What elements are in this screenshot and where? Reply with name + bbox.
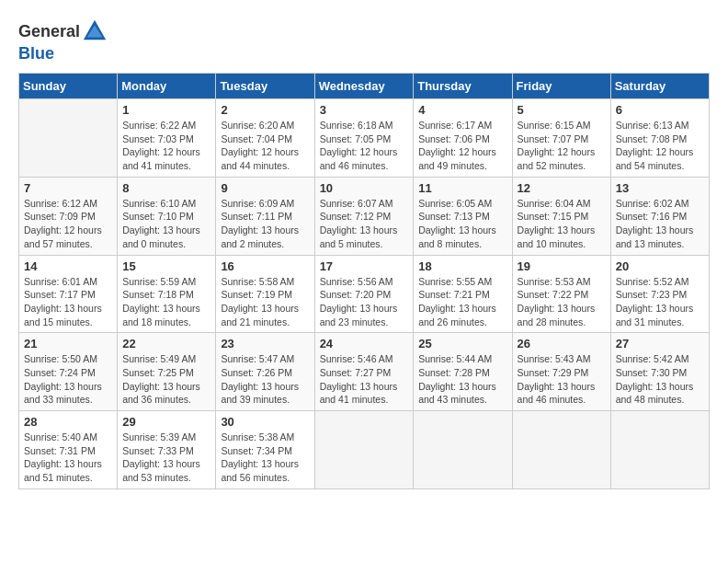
day-info: Sunrise: 6:13 AMSunset: 7:08 PMDaylight:… (616, 119, 704, 173)
day-info: Sunrise: 5:52 AMSunset: 7:23 PMDaylight:… (616, 275, 704, 329)
day-info: Sunrise: 5:56 AMSunset: 7:20 PMDaylight:… (320, 275, 409, 329)
day-info: Sunrise: 6:15 AMSunset: 7:07 PMDaylight:… (518, 119, 606, 173)
calendar-cell: 13Sunrise: 6:02 AMSunset: 7:16 PMDayligh… (610, 177, 709, 255)
weekday-header: Monday (118, 74, 216, 99)
calendar-cell: 15Sunrise: 5:59 AMSunset: 7:18 PMDayligh… (118, 255, 216, 333)
day-number: 28 (24, 415, 112, 429)
day-info: Sunrise: 5:59 AMSunset: 7:18 PMDaylight:… (122, 275, 210, 329)
weekday-header: Sunday (19, 74, 118, 99)
calendar-week-row: 14Sunrise: 6:01 AMSunset: 7:17 PMDayligh… (19, 255, 710, 333)
day-number: 27 (616, 337, 704, 350)
day-info: Sunrise: 5:46 AMSunset: 7:27 PMDaylight:… (320, 352, 409, 407)
day-info: Sunrise: 5:39 AMSunset: 7:33 PMDaylight:… (122, 431, 210, 485)
day-info: Sunrise: 6:10 AMSunset: 7:10 PMDaylight:… (122, 197, 210, 251)
day-number: 15 (122, 259, 210, 273)
calendar-cell: 5Sunrise: 6:15 AMSunset: 7:07 PMDaylight… (512, 99, 610, 178)
day-number: 23 (221, 337, 309, 350)
logo: General Blue (18, 18, 108, 63)
logo-icon (82, 18, 108, 44)
day-number: 12 (518, 181, 606, 195)
day-info: Sunrise: 6:12 AMSunset: 7:09 PMDaylight:… (24, 197, 112, 251)
calendar-cell: 4Sunrise: 6:17 AMSunset: 7:06 PMDaylight… (414, 99, 512, 178)
day-number: 1 (122, 103, 210, 117)
calendar-cell: 8Sunrise: 6:10 AMSunset: 7:10 PMDaylight… (118, 177, 216, 255)
calendar-cell: 26Sunrise: 5:43 AMSunset: 7:29 PMDayligh… (512, 333, 610, 411)
day-number: 5 (518, 103, 606, 117)
day-number: 20 (616, 259, 704, 273)
day-number: 2 (221, 103, 309, 117)
day-number: 14 (24, 259, 112, 273)
day-number: 19 (518, 259, 606, 273)
calendar-cell: 24Sunrise: 5:46 AMSunset: 7:27 PMDayligh… (314, 333, 414, 411)
calendar-week-row: 28Sunrise: 5:40 AMSunset: 7:31 PMDayligh… (19, 411, 710, 489)
day-info: Sunrise: 5:55 AMSunset: 7:21 PMDaylight:… (418, 275, 506, 329)
day-number: 9 (221, 181, 309, 195)
day-info: Sunrise: 6:04 AMSunset: 7:15 PMDaylight:… (518, 197, 606, 251)
day-info: Sunrise: 6:07 AMSunset: 7:12 PMDaylight:… (320, 197, 409, 251)
day-info: Sunrise: 6:09 AMSunset: 7:11 PMDaylight:… (221, 197, 309, 251)
day-number: 24 (320, 337, 409, 350)
calendar-cell (512, 411, 610, 489)
day-info: Sunrise: 6:02 AMSunset: 7:16 PMDaylight:… (616, 197, 704, 251)
day-number: 7 (24, 181, 112, 195)
day-number: 17 (320, 259, 409, 273)
day-number: 22 (122, 337, 210, 350)
calendar-cell: 22Sunrise: 5:49 AMSunset: 7:25 PMDayligh… (118, 333, 216, 411)
weekday-header: Tuesday (216, 74, 314, 99)
calendar-cell: 3Sunrise: 6:18 AMSunset: 7:05 PMDaylight… (314, 99, 414, 178)
calendar-cell: 20Sunrise: 5:52 AMSunset: 7:23 PMDayligh… (610, 255, 709, 333)
page-header: General Blue (18, 18, 710, 63)
day-number: 11 (418, 181, 506, 195)
calendar-week-row: 1Sunrise: 6:22 AMSunset: 7:03 PMDaylight… (19, 99, 710, 178)
day-number: 18 (418, 259, 506, 273)
day-number: 4 (418, 103, 506, 117)
calendar-cell: 9Sunrise: 6:09 AMSunset: 7:11 PMDaylight… (216, 177, 314, 255)
weekday-header: Friday (512, 74, 610, 99)
day-number: 10 (320, 181, 409, 195)
day-info: Sunrise: 5:40 AMSunset: 7:31 PMDaylight:… (24, 431, 112, 485)
day-number: 26 (518, 337, 606, 350)
calendar-cell (610, 411, 709, 489)
calendar-cell: 2Sunrise: 6:20 AMSunset: 7:04 PMDaylight… (216, 99, 314, 178)
weekday-header: Saturday (610, 74, 709, 99)
calendar-header-row: SundayMondayTuesdayWednesdayThursdayFrid… (19, 74, 710, 99)
calendar-cell: 28Sunrise: 5:40 AMSunset: 7:31 PMDayligh… (19, 411, 118, 489)
day-info: Sunrise: 5:44 AMSunset: 7:28 PMDaylight:… (418, 352, 506, 407)
day-info: Sunrise: 5:47 AMSunset: 7:26 PMDaylight:… (221, 352, 309, 407)
day-info: Sunrise: 5:42 AMSunset: 7:30 PMDaylight:… (616, 352, 704, 407)
calendar-cell: 18Sunrise: 5:55 AMSunset: 7:21 PMDayligh… (414, 255, 512, 333)
logo-general-text: General (18, 22, 80, 41)
calendar-cell: 17Sunrise: 5:56 AMSunset: 7:20 PMDayligh… (314, 255, 414, 333)
day-info: Sunrise: 6:22 AMSunset: 7:03 PMDaylight:… (122, 119, 210, 173)
day-info: Sunrise: 5:50 AMSunset: 7:24 PMDaylight:… (24, 352, 112, 407)
calendar-cell: 6Sunrise: 6:13 AMSunset: 7:08 PMDaylight… (610, 99, 709, 178)
day-info: Sunrise: 6:17 AMSunset: 7:06 PMDaylight:… (418, 119, 506, 173)
calendar-cell: 23Sunrise: 5:47 AMSunset: 7:26 PMDayligh… (216, 333, 314, 411)
weekday-header: Thursday (414, 74, 512, 99)
day-number: 21 (24, 337, 112, 350)
calendar-cell: 14Sunrise: 6:01 AMSunset: 7:17 PMDayligh… (19, 255, 118, 333)
calendar-cell: 21Sunrise: 5:50 AMSunset: 7:24 PMDayligh… (19, 333, 118, 411)
day-info: Sunrise: 5:43 AMSunset: 7:29 PMDaylight:… (518, 352, 606, 407)
calendar-table: SundayMondayTuesdayWednesdayThursdayFrid… (18, 73, 710, 489)
logo-blue-text: Blue (18, 44, 54, 63)
day-number: 3 (320, 103, 409, 117)
calendar-cell: 12Sunrise: 6:04 AMSunset: 7:15 PMDayligh… (512, 177, 610, 255)
calendar-cell: 29Sunrise: 5:39 AMSunset: 7:33 PMDayligh… (118, 411, 216, 489)
calendar-cell: 30Sunrise: 5:38 AMSunset: 7:34 PMDayligh… (216, 411, 314, 489)
calendar-cell (314, 411, 414, 489)
calendar-cell: 27Sunrise: 5:42 AMSunset: 7:30 PMDayligh… (610, 333, 709, 411)
day-number: 13 (616, 181, 704, 195)
calendar-cell (19, 99, 118, 178)
calendar-cell: 10Sunrise: 6:07 AMSunset: 7:12 PMDayligh… (314, 177, 414, 255)
calendar-cell: 11Sunrise: 6:05 AMSunset: 7:13 PMDayligh… (414, 177, 512, 255)
calendar-cell (414, 411, 512, 489)
day-info: Sunrise: 6:01 AMSunset: 7:17 PMDaylight:… (24, 275, 112, 329)
day-info: Sunrise: 6:20 AMSunset: 7:04 PMDaylight:… (221, 119, 309, 173)
calendar-cell: 25Sunrise: 5:44 AMSunset: 7:28 PMDayligh… (414, 333, 512, 411)
calendar-week-row: 7Sunrise: 6:12 AMSunset: 7:09 PMDaylight… (19, 177, 710, 255)
day-number: 6 (616, 103, 704, 117)
day-info: Sunrise: 5:58 AMSunset: 7:19 PMDaylight:… (221, 275, 309, 329)
day-number: 29 (122, 415, 210, 429)
calendar-week-row: 21Sunrise: 5:50 AMSunset: 7:24 PMDayligh… (19, 333, 710, 411)
